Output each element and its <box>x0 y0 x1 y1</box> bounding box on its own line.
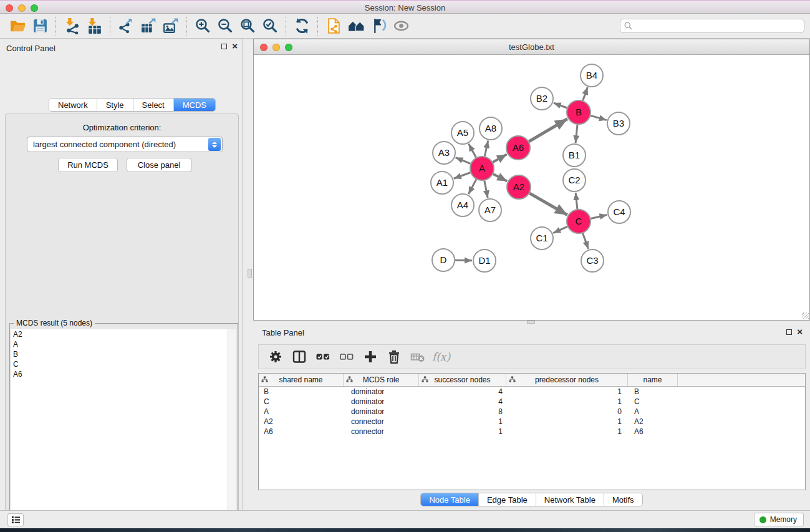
search-input[interactable] <box>635 22 800 31</box>
graph-edge-A2-C[interactable] <box>529 193 567 215</box>
result-item[interactable]: B <box>11 349 228 359</box>
table-cell[interactable]: B <box>628 387 678 397</box>
table-cell[interactable]: B <box>259 387 344 397</box>
graph-node-B4[interactable]: B4 <box>581 64 603 87</box>
table-cell[interactable]: 1 <box>419 417 506 427</box>
table-cell[interactable]: 1 <box>506 397 628 407</box>
table-cell[interactable]: 0 <box>506 407 628 417</box>
graph-edge-A-A6[interactable] <box>493 154 506 162</box>
close-panel-icon[interactable]: × <box>232 43 238 49</box>
table-row[interactable]: A2connector11A2 <box>259 417 805 427</box>
table-cell[interactable]: dominator <box>344 387 419 397</box>
column-header-shared-name[interactable]: shared name <box>259 374 344 386</box>
table-cell[interactable] <box>678 407 805 417</box>
table-cell[interactable]: A2 <box>259 417 344 427</box>
tab-mcds[interactable]: MCDS <box>174 99 215 111</box>
export-image-button[interactable] <box>160 16 182 37</box>
table-row[interactable]: Adominator80A <box>259 407 805 417</box>
tab-node-table[interactable]: Node Table <box>421 493 479 506</box>
table-cell[interactable]: A <box>628 407 678 417</box>
resize-grip[interactable] <box>802 312 809 319</box>
table-cell[interactable]: connector <box>344 417 419 427</box>
graph-node-A8[interactable]: A8 <box>480 117 502 140</box>
graph-node-B2[interactable]: B2 <box>531 87 553 110</box>
close-panel-icon[interactable]: × <box>797 329 803 335</box>
graph-node-A3[interactable]: A3 <box>433 142 455 164</box>
graph-node-D1[interactable]: D1 <box>473 249 496 272</box>
graph-node-A5[interactable]: A5 <box>451 122 474 144</box>
column-header-predecessor-nodes[interactable]: predecessor nodes <box>506 374 628 386</box>
apply-function-button[interactable]: f(x) <box>432 347 450 366</box>
graph-node-C3[interactable]: C3 <box>581 249 604 272</box>
result-item[interactable]: A2 <box>11 329 228 339</box>
table-cell[interactable]: A6 <box>628 427 678 437</box>
graph-edge-B-B4[interactable] <box>583 87 588 100</box>
import-network-button[interactable] <box>60 16 83 37</box>
refresh-network-button[interactable] <box>291 16 313 37</box>
result-scrollbar[interactable] <box>228 329 236 532</box>
delete-table-button[interactable] <box>408 347 427 366</box>
table-cell[interactable] <box>678 397 805 407</box>
table-row[interactable]: Cdominator41C <box>259 397 805 407</box>
table-cell[interactable]: C <box>628 397 678 407</box>
tab-network-table[interactable]: Network Table <box>536 493 604 506</box>
zoom-out-button[interactable] <box>214 16 236 37</box>
graph-edge-C-C1[interactable] <box>553 226 567 233</box>
optimization-criterion-dropdown[interactable]: largest connected component (directed) <box>27 137 223 152</box>
node-table[interactable]: shared name MCDS role successor nodes pr… <box>258 373 806 490</box>
tab-edge-table[interactable]: Edge Table <box>479 493 536 506</box>
graph-edge-A-A3[interactable] <box>456 158 471 164</box>
table-cell[interactable]: dominator <box>344 407 419 417</box>
table-cell[interactable]: A6 <box>259 427 344 437</box>
float-panel-icon[interactable] <box>786 329 792 335</box>
table-cell[interactable]: 4 <box>419 387 506 397</box>
graph-node-B[interactable]: B <box>567 100 591 124</box>
table-cell[interactable] <box>678 427 805 437</box>
table-cell[interactable]: 4 <box>419 397 506 407</box>
home-view-button[interactable] <box>345 16 367 37</box>
column-header-mcds-role[interactable]: MCDS role <box>344 374 419 386</box>
result-item[interactable]: A <box>11 339 228 349</box>
graph-node-C1[interactable]: C1 <box>531 227 553 249</box>
graph-node-C[interactable]: C <box>567 210 591 233</box>
table-row[interactable]: A6connector11A6 <box>259 427 805 437</box>
graph-node-B1[interactable]: B1 <box>563 144 586 167</box>
network-graph[interactable]: AA1A2A3A4A5A6A7A8BB1B2B3B4CC1C2C3C4DD1 <box>254 55 809 320</box>
memory-button[interactable]: Memory <box>754 513 804 526</box>
zoom-selected-button[interactable] <box>259 16 281 37</box>
table-cell[interactable] <box>678 387 805 397</box>
table-cell[interactable]: connector <box>344 427 419 437</box>
graph-node-C2[interactable]: C2 <box>563 169 586 191</box>
table-cell[interactable]: A2 <box>628 417 678 427</box>
graph-node-A4[interactable]: A4 <box>451 194 474 216</box>
show-columns-button[interactable] <box>290 347 308 366</box>
new-network-from-selection-button[interactable] <box>322 16 345 37</box>
table-row[interactable]: Bdominator41B <box>259 387 805 397</box>
graph-edge-B-B1[interactable] <box>576 125 577 143</box>
graph-node-A[interactable]: A <box>470 157 494 180</box>
graph-edge-A6-B[interactable] <box>529 119 567 142</box>
graph-edge-A-A8[interactable] <box>485 141 488 157</box>
deselect-all-button[interactable] <box>337 347 355 366</box>
float-panel-icon[interactable] <box>221 44 227 49</box>
result-item[interactable]: C <box>11 359 228 369</box>
tab-network[interactable]: Network <box>49 99 97 111</box>
tab-style[interactable]: Style <box>97 99 133 111</box>
graph-edge-A-A4[interactable] <box>468 180 476 195</box>
network-window-titlebar[interactable]: testGlobe.txt <box>254 39 809 55</box>
graph-edge-C-C4[interactable] <box>591 215 607 218</box>
run-mcds-button[interactable]: Run MCDS <box>58 158 118 172</box>
table-cell[interactable]: C <box>259 397 344 407</box>
graph-node-A2[interactable]: A2 <box>507 175 531 199</box>
tab-select[interactable]: Select <box>133 99 174 111</box>
graph-node-B3[interactable]: B3 <box>607 112 630 135</box>
graph-edge-B-B2[interactable] <box>554 103 567 108</box>
graph-edge-A-A1[interactable] <box>454 173 470 178</box>
column-header-name[interactable]: name <box>628 374 678 386</box>
graph-edge-C-C2[interactable] <box>576 193 577 209</box>
table-cell[interactable]: 1 <box>506 417 628 427</box>
graph-edge-A-A5[interactable] <box>469 144 476 158</box>
export-table-button[interactable] <box>137 16 160 37</box>
export-network-button[interactable] <box>115 16 137 37</box>
table-cell[interactable]: 1 <box>506 387 628 397</box>
